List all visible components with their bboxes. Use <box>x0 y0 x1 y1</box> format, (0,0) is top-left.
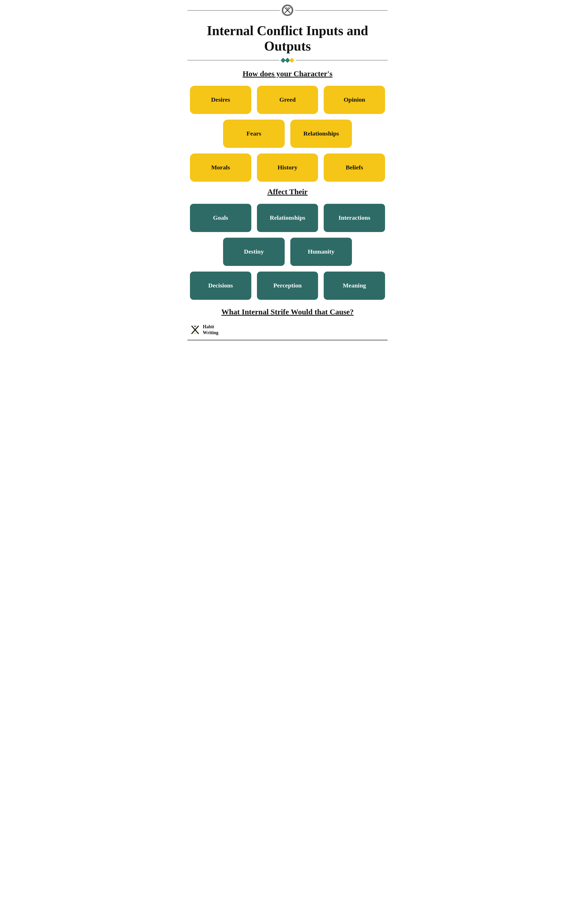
main-title: Internal Conflict Inputs and Outputs <box>187 23 388 54</box>
yellow-row-3: Morals History Beliefs <box>187 154 388 182</box>
top-logo-circle <box>282 5 293 16</box>
yellow-box-morals: Morals <box>190 154 251 182</box>
bottom-logo-icon <box>190 325 200 335</box>
teal-box-goals: Goals <box>190 204 251 232</box>
yellow-box-desires: Desires <box>190 86 251 114</box>
bottom-logo: Habit Writing <box>187 324 388 336</box>
footer-question: What Internal Strife Would that Cause? <box>187 308 388 316</box>
arrow-line-left <box>187 60 279 60</box>
yellow-box-greed: Greed <box>257 86 318 114</box>
teal-row-2: Destiny Humanity <box>187 238 388 266</box>
teal-box-meaning: Meaning <box>324 271 385 300</box>
yellow-box-beliefs: Beliefs <box>324 154 385 182</box>
yellow-box-opinion: Opinion <box>324 86 385 114</box>
top-logo-area <box>187 0 388 17</box>
bottom-line <box>187 340 388 340</box>
outputs-section: Goals Relationships Interactions Destiny… <box>187 204 388 300</box>
teal-box-destiny: Destiny <box>223 238 285 266</box>
svg-line-8 <box>195 326 196 327</box>
teal-row-3: Decisions Perception Meaning <box>187 271 388 300</box>
yellow-box-history: History <box>257 154 318 182</box>
top-line-left <box>187 10 280 11</box>
top-line-right <box>295 10 388 11</box>
teal-box-relationships-output: Relationships <box>257 204 318 232</box>
teal-box-decisions: Decisions <box>190 271 251 300</box>
teal-box-humanity: Humanity <box>290 238 352 266</box>
subtitle-top: How does your Character's <box>187 69 388 78</box>
svg-line-10 <box>195 333 196 334</box>
yellow-box-fears: Fears <box>223 120 285 148</box>
teal-row-1: Goals Relationships Interactions <box>187 204 388 232</box>
teal-box-perception: Perception <box>257 271 318 300</box>
page-container: Internal Conflict Inputs and Outputs How… <box>180 0 396 351</box>
bottom-logo-text: Habit Writing <box>203 324 218 336</box>
yellow-box-relationships-input: Relationships <box>290 120 352 148</box>
yellow-row-1: Desires Greed Opinion <box>187 86 388 114</box>
arrow-line-right <box>296 60 388 60</box>
subtitle-affect: Affect Their <box>187 187 388 196</box>
diamond-yellow-1 <box>289 58 294 63</box>
teal-box-interactions: Interactions <box>324 204 385 232</box>
arrow-decoration <box>187 59 388 62</box>
arrow-diamonds <box>281 59 294 62</box>
inputs-section: Desires Greed Opinion Fears Relationship… <box>187 86 388 182</box>
yellow-row-2: Fears Relationships <box>187 120 388 148</box>
